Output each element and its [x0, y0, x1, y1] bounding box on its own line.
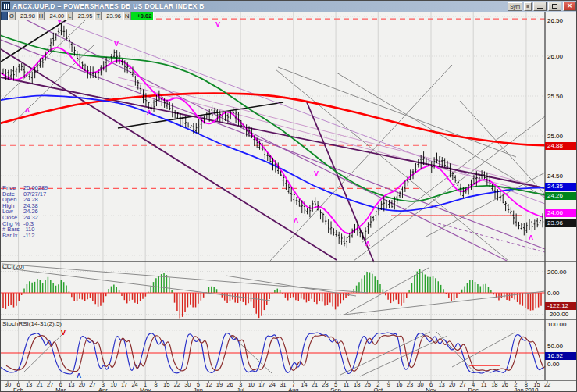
minimize-button[interactable]	[533, 2, 547, 11]
trendline[interactable]	[426, 173, 545, 237]
tick-month-label: Nov	[426, 387, 436, 392]
tick-day-label: 16	[396, 381, 402, 388]
quote-value: 23.96	[102, 12, 123, 20]
MA-magenta-10	[1, 48, 543, 233]
tick-day-label: 26	[226, 381, 233, 388]
stoch-pivot-marker: V	[61, 329, 66, 337]
tick-day-label: 24	[269, 381, 276, 388]
quote-field-net: N+0.02	[123, 12, 154, 20]
trendline[interactable]	[337, 73, 545, 198]
window-title: ARCX.UUP,D – POWERSHARES DB US DOLLAR IN…	[12, 2, 205, 10]
tick-day-label: 19	[216, 381, 223, 388]
quote-value: 24.00	[45, 12, 66, 20]
tick-month-label: Jun	[194, 387, 203, 392]
tick-day-label: 15	[533, 381, 540, 388]
axis-label: 25.50	[547, 93, 563, 100]
tick-month-label: May	[140, 387, 151, 392]
tick-day-label: 30	[184, 381, 191, 388]
cci-trendline[interactable]	[2, 264, 368, 293]
trendline[interactable]	[1, 77, 545, 188]
tick-day-label: 12	[205, 381, 212, 388]
tick-month-label: Jul	[237, 387, 244, 392]
trendline[interactable]	[278, 67, 516, 157]
quote-field-O: O23.98	[8, 12, 37, 20]
quote-value: 23.98	[16, 12, 37, 20]
quote-field-L: L23.95	[66, 12, 94, 20]
axis-label: 0.00	[547, 361, 560, 368]
axis-value-badge: -122.12	[545, 302, 577, 310]
quote-bar: O23.98H24.00L23.95T23.96N+0.02	[1, 12, 154, 20]
time-axis[interactable]: 306Feb1321276Mar1320273Apr1017241May8152…	[5, 380, 550, 392]
axis-label: 0.00	[547, 290, 560, 297]
cci-trendline[interactable]	[344, 291, 545, 315]
trendline[interactable]	[460, 101, 545, 194]
tick-day-label: 17	[121, 381, 127, 388]
tick-month-label: Mar	[55, 387, 66, 392]
close-button[interactable]: ✕	[563, 2, 576, 11]
tick-day-label: 10	[110, 381, 116, 388]
pane-handle[interactable]	[1, 12, 8, 20]
tick-month-label: Apr	[98, 387, 108, 392]
tick-day-label: 13	[438, 381, 444, 388]
price-axis[interactable]: 26.5026.0025.5025.0024.50200.000.00-200.…	[545, 12, 577, 380]
close-icon: ✕	[567, 3, 572, 9]
axis-value-badge: 16.92	[545, 352, 577, 360]
chart-window: ARCX.UUP,D – POWERSHARES DB US DOLLAR IN…	[0, 0, 577, 392]
minimize-icon	[537, 8, 543, 9]
pivot-marker: Λ	[529, 233, 533, 241]
axis-value-badge: 24.06	[545, 209, 577, 217]
readout-row: Bar Ix-112	[2, 233, 48, 239]
tick-day-label: 8	[155, 381, 158, 388]
chart-tool-button[interactable]: ≡	[524, 2, 532, 11]
trendline[interactable]	[1, 49, 337, 260]
tick-day-label: 18	[354, 381, 360, 388]
tick-day-label: 23	[407, 381, 413, 388]
pivot-marker: Λ	[365, 240, 370, 248]
tick-day-label: 27	[459, 381, 465, 388]
axis-label: 50.00	[547, 343, 563, 350]
tick-day-label: 31	[280, 381, 286, 388]
axis-label: 26.50	[547, 17, 563, 24]
tick-day-label: 22	[174, 381, 180, 388]
trendline[interactable]	[1, 40, 545, 249]
tick-day-label: 14	[301, 381, 307, 388]
quote-label: N	[123, 12, 130, 20]
pivot-marker: Λ	[147, 109, 151, 116]
chart-canvas[interactable]: VVVVΛΛΛΛΛVΛ306Feb1321276Mar1320273Apr101…	[1, 1, 577, 392]
tick-day-label: 9	[387, 381, 390, 388]
axis-label: -200.00	[547, 311, 568, 318]
tick-day-label: 13	[68, 381, 74, 388]
title-bar[interactable]: ARCX.UUP,D – POWERSHARES DB US DOLLAR IN…	[1, 1, 577, 12]
tick-day-label: 25	[365, 381, 371, 388]
readout-value: -112	[23, 232, 34, 239]
quote-field-T: T23.96	[94, 12, 123, 20]
tick-month-label: Aug	[288, 387, 298, 392]
axis-value-badge: 24.88	[545, 142, 577, 150]
tick-day-label: 28	[322, 381, 328, 388]
net-change-value: +0.02	[130, 12, 154, 20]
tick-day-label: 21	[36, 381, 42, 388]
price-bars	[2, 23, 544, 248]
axis-value-badge: 24.35	[545, 183, 577, 191]
tick-month-label: Dec	[468, 387, 479, 392]
tick-day-label: 22	[544, 381, 550, 388]
axis-value-badge: 23.96	[545, 219, 577, 227]
quote-label: L	[66, 12, 73, 20]
tick-day-label: 20	[449, 381, 455, 388]
tick-day-label: 17	[258, 381, 265, 388]
pivot-marker: V	[114, 40, 119, 48]
tick-month-label: Feb	[13, 387, 23, 392]
quote-value: 23.95	[73, 12, 94, 20]
sym-button[interactable]: Sym	[508, 2, 522, 11]
quote-label: T	[94, 12, 102, 20]
pivot-marker: Λ	[25, 106, 30, 114]
tick-day-label: 20	[79, 381, 85, 388]
tick-day-label: 15	[163, 381, 169, 388]
restore-button[interactable]	[548, 2, 561, 11]
axis-label: 24.50	[547, 173, 563, 180]
tick-day-label: 30	[5, 381, 11, 388]
axis-label: 200.00	[547, 269, 566, 276]
tick-day-label: 24	[131, 381, 137, 388]
candlestick-chart-icon	[2, 2, 10, 10]
quote-field-H: H24.00	[37, 12, 66, 20]
